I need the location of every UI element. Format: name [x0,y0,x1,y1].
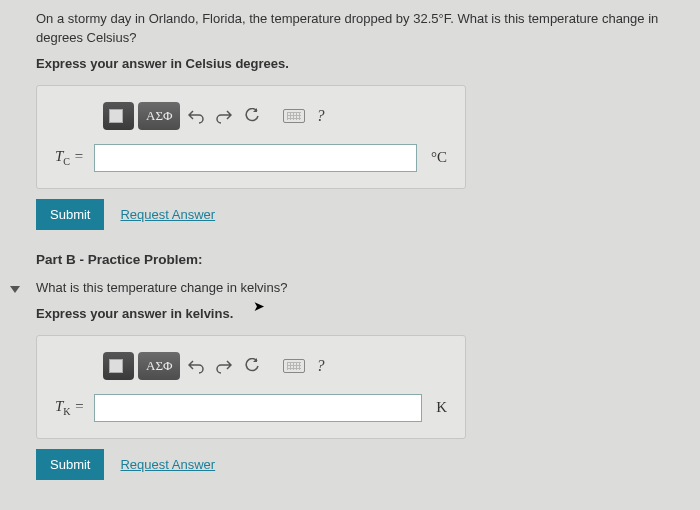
request-answer-a[interactable]: Request Answer [120,207,215,222]
reset-button[interactable] [240,354,264,378]
question-text-b: What is this temperature change in kelvi… [36,279,682,298]
variable-label-a: TC = [55,148,84,167]
greek-button[interactable]: ΑΣΦ [138,352,180,380]
keyboard-button[interactable] [282,354,306,378]
redo-button[interactable] [212,354,236,378]
answer-box-b: √ ΑΣΦ ? TK = K [36,335,466,439]
format-tools[interactable]: √ [103,102,134,130]
format-tools[interactable]: √ [103,352,134,380]
reset-button[interactable] [240,104,264,128]
unit-b: K [436,399,447,416]
greek-button[interactable]: ΑΣΦ [138,102,180,130]
help-button[interactable]: ? [310,107,330,125]
submit-button-a[interactable]: Submit [36,199,104,230]
keyboard-icon [283,359,305,373]
submit-button-b[interactable]: Submit [36,449,104,480]
redo-button[interactable] [212,104,236,128]
part-b-header: Part B - Practice Problem: [36,252,682,267]
undo-button[interactable] [184,104,208,128]
collapse-caret[interactable] [10,286,20,293]
template-icon [109,359,123,373]
instruction-b: Express your answer in kelvins. [36,306,682,321]
template-icon [109,109,123,123]
help-button[interactable]: ? [310,357,330,375]
question-text-a: On a stormy day in Orlando, Florida, the… [36,10,682,48]
answer-box-a: √ ΑΣΦ ? TC = °C [36,85,466,189]
answer-input-b[interactable] [94,394,422,422]
unit-a: °C [431,149,447,166]
answer-input-a[interactable] [94,144,417,172]
keyboard-button[interactable] [282,104,306,128]
toolbar-b: √ ΑΣΦ ? [103,352,447,380]
instruction-a: Express your answer in Celsius degrees. [36,56,682,71]
variable-label-b: TK = [55,398,84,417]
toolbar-a: √ ΑΣΦ ? [103,102,447,130]
undo-button[interactable] [184,354,208,378]
keyboard-icon [283,109,305,123]
request-answer-b[interactable]: Request Answer [120,457,215,472]
